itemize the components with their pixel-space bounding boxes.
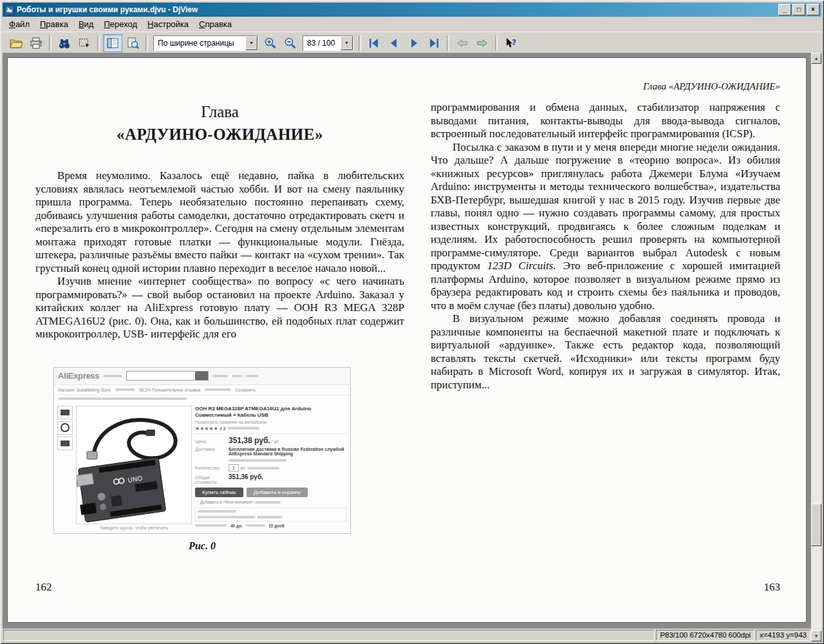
window-title: Роботы и игрушки своими руками.djvu - Dj…	[17, 5, 776, 14]
page-zoom-tool-button[interactable]	[123, 34, 142, 52]
open-button[interactable]	[6, 34, 26, 52]
figure-thumbnail	[57, 406, 73, 419]
selection-icon	[77, 36, 91, 50]
figure-thumbnails	[57, 406, 73, 530]
figure-breadcrumb	[54, 395, 350, 402]
close-button[interactable]: ×	[807, 4, 819, 15]
status-bar: P83/100 6720x4780 600dpi x=4193 y=943	[3, 629, 811, 641]
page-number-left: 162	[35, 581, 52, 594]
paragraph: программирования и обмена данных, стабил…	[431, 101, 780, 141]
first-page-button[interactable]	[364, 34, 384, 52]
minimize-button[interactable]: _	[778, 4, 791, 15]
previous-page-button[interactable]	[384, 34, 404, 52]
history-forward-button[interactable]	[473, 34, 492, 52]
select-button[interactable]	[75, 34, 94, 52]
figure-guarantee-days: 40 дн.	[230, 524, 243, 528]
italic-product-name: 123D Circuits.	[487, 260, 556, 272]
figure-total-value: 351,36 руб.	[229, 473, 347, 480]
figure-shipping-label: Доставка:	[195, 447, 229, 451]
paragraph: Изучив мнение «интернет сообщества» по в…	[35, 275, 404, 341]
menu-file[interactable]: Файл	[4, 17, 35, 31]
last-page-button[interactable]	[424, 34, 444, 52]
back-arrow-icon	[455, 36, 469, 50]
text-placeholder-bar	[115, 388, 135, 391]
scroll-down-arrow-icon[interactable]: ▼	[811, 630, 821, 641]
menu-settings[interactable]: Настройка	[142, 17, 194, 31]
forward-arrow-icon	[475, 36, 489, 50]
menu-go[interactable]: Переход	[98, 17, 142, 31]
paragraph: Время неумолимо. Казалось ещё недавно, п…	[35, 169, 404, 275]
history-back-button[interactable]	[453, 34, 472, 52]
figure-total-label: Общая стоимость:	[195, 475, 229, 484]
toolbar: По ширине страницы ▼ 83 / 100 ▼	[3, 32, 821, 54]
paragraph: В визуальном режиме можно добавляя соеди…	[431, 312, 780, 392]
figure-price-label: Цена:	[195, 439, 229, 444]
sidebar-toggle-button[interactable]	[103, 34, 122, 52]
scroll-up-arrow-icon[interactable]: ▲	[811, 53, 821, 64]
figure-product-photo: UNO	[76, 406, 192, 524]
toolbar-separator	[447, 35, 449, 51]
figure-header-row: AliExpress	[54, 368, 350, 385]
find-button[interactable]	[55, 34, 74, 52]
text-placeholder-bar	[58, 397, 187, 400]
next-page-button[interactable]	[404, 34, 424, 52]
paragraph: Посылка с заказом в пути и у меня вперед…	[431, 141, 780, 313]
window-controls: _ □ ×	[778, 4, 819, 15]
figure-store-name: Магазин: Subattleking Store	[58, 388, 111, 392]
zoom-out-button[interactable]	[281, 34, 300, 52]
aliexpress-logo: AliExpress	[58, 371, 99, 381]
figure-divider	[195, 433, 347, 434]
title-bar[interactable]: Роботы и игрушки своими руками.djvu - Dj…	[3, 3, 821, 17]
page-dropdown-arrow-icon[interactable]: ▼	[341, 36, 353, 50]
text-placeholder-bar	[205, 388, 230, 391]
zoom-in-button[interactable]	[261, 34, 280, 52]
zoom-mode-select[interactable]: По ширине страницы ▼	[153, 35, 258, 51]
maximize-button[interactable]: □	[792, 4, 805, 15]
figure-product-info: OOH R3 MEGA328P ATMEGA16U2 для Arduino С…	[195, 406, 347, 530]
menu-edit[interactable]: Правка	[35, 17, 73, 31]
figure-rating-row: ★★★★★ 4.8	[195, 426, 347, 431]
print-icon	[29, 36, 43, 50]
chapter-name: «АРДУИНО-ОЖИДАНИЕ»	[35, 126, 404, 144]
page-magnifier-icon	[126, 36, 140, 50]
context-help-button[interactable]: ?	[501, 34, 520, 52]
zoom-in-icon	[263, 36, 277, 50]
chapter-heading: Глава «АРДУИНО-ОЖИДАНИЕ»	[35, 103, 404, 144]
figure-shipping-row: Доставка: Бесплатная доставка в Russian …	[195, 447, 347, 456]
page-number-select[interactable]: 83 / 100 ▼	[303, 35, 353, 51]
last-page-icon	[427, 36, 441, 50]
arduino-board-photo-drawing: UNO	[77, 406, 191, 524]
figure-rating-value: 4.8	[220, 426, 226, 431]
next-page-icon	[407, 36, 421, 50]
print-button[interactable]	[26, 34, 46, 52]
status-cursor-position: x=4193 y=943	[756, 630, 810, 641]
paragraph-text: Посылка с заказом в пути и у меня вперед…	[431, 141, 780, 272]
figure-shipping-value: Бесплатная доставка в Russian Federation…	[229, 447, 347, 456]
figure-price-value: 351,38 руб.	[229, 436, 270, 445]
page-number-right: 163	[764, 581, 781, 594]
document-area[interactable]: Глава «АРДУИНО-ОЖИДАНИЕ» Время неумолимо…	[3, 53, 811, 629]
menu-view[interactable]: Вид	[73, 17, 99, 31]
zoom-out-icon	[283, 36, 297, 50]
toolbar-separator	[97, 35, 100, 51]
text-placeholder-bar	[103, 375, 122, 377]
figure-shipping-eta-row	[195, 458, 347, 462]
scrollbar-thumb[interactable]	[811, 504, 821, 546]
text-placeholder-bar	[247, 467, 279, 469]
figure-english-name-link: Посмотреть название на английском	[195, 420, 347, 424]
figure-thumbnail	[57, 421, 73, 435]
figure-buyer-protection-box	[195, 507, 347, 522]
figure-quantity-input: 1	[229, 464, 239, 471]
sidebar-panel-icon	[106, 36, 120, 50]
menu-help[interactable]: Справка	[194, 17, 237, 31]
figure-thumbnail	[57, 437, 73, 450]
text-placeholder-bar	[229, 459, 286, 462]
text-placeholder-bar	[198, 510, 236, 513]
figure-price-row: Цена: 351,38 руб. / шт	[195, 436, 347, 445]
vertical-scrollbar[interactable]: ▲ ▼	[810, 53, 821, 641]
figure-wishlist-link: ♡ Добавить в «Мои желания»	[195, 500, 254, 504]
text-placeholder-bar	[246, 375, 259, 377]
app-icon	[5, 5, 14, 15]
zoom-dropdown-arrow-icon[interactable]: ▼	[245, 36, 258, 50]
figure-add-to-cart-button: Добавить в корзину	[247, 488, 308, 497]
